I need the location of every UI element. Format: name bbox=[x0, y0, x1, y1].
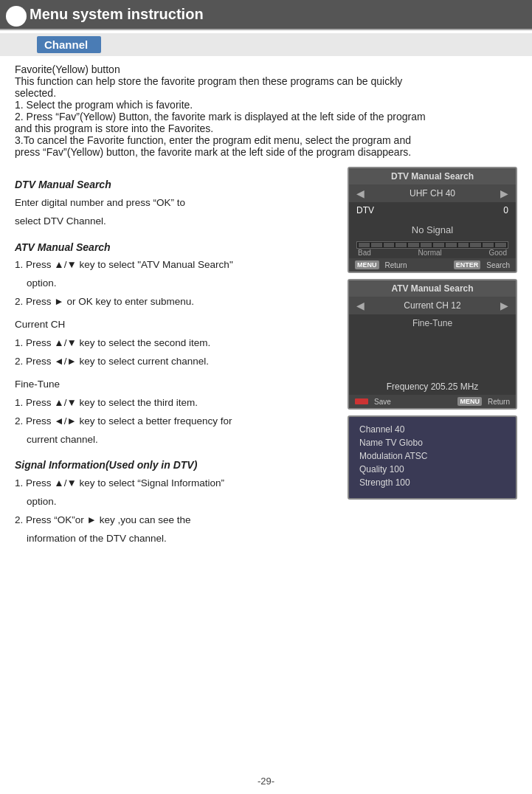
atv-panel-title: ATV Manual Search bbox=[349, 280, 516, 297]
dtv-type-row: DTV 0 bbox=[349, 202, 516, 218]
atv-step1b: option. bbox=[27, 276, 336, 291]
atv-step6: 2. Press ◄/► key to select a better freq… bbox=[15, 414, 336, 429]
header-divider bbox=[0, 29, 532, 30]
signal-strength-row: Strength 100 bbox=[359, 476, 505, 489]
atv-frequency-row: Frequency 205.25 MHz bbox=[349, 379, 516, 395]
page-title: Menu system instruction bbox=[30, 6, 204, 23]
dtv-enter-key: ENTER bbox=[454, 260, 481, 269]
section-label-bar: Channel bbox=[0, 33, 532, 56]
signal-modulation-row: Modulation ATSC bbox=[359, 449, 505, 463]
dtv-no-signal: No Signal bbox=[349, 218, 516, 238]
seg2 bbox=[371, 243, 382, 247]
atv-current-ch-label: Current CH bbox=[15, 317, 336, 333]
seg10 bbox=[470, 243, 481, 247]
dtv-channel-row: ◀ UHF CH 40 ▶ bbox=[349, 184, 516, 202]
seg5 bbox=[408, 243, 419, 247]
favorites-step3: 3.To cancel the Favorite function, enter… bbox=[15, 134, 517, 146]
signal-quality-label: Quality 100 bbox=[359, 464, 404, 474]
page-header: Menu system instruction bbox=[0, 0, 532, 29]
seg7 bbox=[433, 243, 444, 247]
dtv-search-label: Search bbox=[486, 261, 510, 269]
atv-step6b: current channel. bbox=[27, 432, 336, 448]
atv-fine-tune-row: Fine-Tune bbox=[349, 314, 516, 330]
signal-info-panel: Channel 40 Name TV Globo Modulation ATSC… bbox=[348, 415, 517, 500]
panels-column: DTV Manual Search ◀ UHF CH 40 ▶ DTV 0 No… bbox=[348, 167, 517, 550]
atv-spacer bbox=[349, 330, 516, 356]
favorites-step3b: press “Fav”(Yellow) button, the favorite… bbox=[15, 146, 517, 158]
dtv-panel-title: DTV Manual Search bbox=[349, 168, 516, 184]
signal-step1b: option. bbox=[27, 494, 336, 510]
signal-bar-track bbox=[356, 241, 508, 249]
dtv-menu-key: MENU bbox=[355, 260, 379, 269]
signal-normal-label: Normal bbox=[418, 249, 442, 257]
atv-fine-tune-label: Fine-Tune bbox=[15, 377, 336, 393]
dtv-manual-search-panel: DTV Manual Search ◀ UHF CH 40 ▶ DTV 0 No… bbox=[348, 167, 517, 273]
seg3 bbox=[384, 243, 395, 247]
favorites-step2: 2. Press “Fav”(Yellow) Button, the favor… bbox=[15, 111, 517, 122]
atv-save-label: Save bbox=[374, 398, 391, 406]
atv-save-key-icon bbox=[355, 398, 368, 404]
atv-channel-row: ◀ Current CH 12 ▶ bbox=[349, 297, 516, 314]
dtv-return-label: Return bbox=[385, 261, 407, 269]
favorites-line2: selected. bbox=[15, 87, 517, 99]
seg9 bbox=[458, 243, 469, 247]
atv-channel-right-arrow[interactable]: ▶ bbox=[500, 300, 508, 311]
atv-step5: 1. Press ▲/▼ key to select the third ite… bbox=[15, 396, 336, 411]
page-number: -29- bbox=[0, 776, 532, 787]
signal-modulation-label: Modulation ATSC bbox=[359, 451, 428, 461]
signal-name-label: Name TV Globo bbox=[359, 438, 423, 448]
signal-quality-row: Quality 100 bbox=[359, 463, 505, 476]
seg8 bbox=[446, 243, 457, 247]
atv-channel-label: Current CH 12 bbox=[365, 300, 500, 311]
main-content: DTV Manual Search Enter digital number a… bbox=[0, 158, 532, 550]
atv-return-label: Return bbox=[488, 398, 510, 406]
favorites-step1: 1. Select the program which is favorite. bbox=[15, 99, 517, 111]
section-label: Channel bbox=[37, 36, 101, 53]
dtv-desc2: select DTV Channel. bbox=[15, 214, 336, 229]
atv-channel-left-arrow[interactable]: ◀ bbox=[356, 300, 365, 311]
dtv-desc1: Enter digital number and press “OK” to bbox=[15, 196, 336, 211]
signal-bar-container: Bad Normal Good bbox=[349, 238, 516, 258]
signal-strength-label: Strength 100 bbox=[359, 477, 410, 488]
seg4 bbox=[395, 243, 407, 247]
signal-name-row: Name TV Globo bbox=[359, 436, 505, 449]
atv-step3: 1. Press ▲/▼ key to select the second it… bbox=[15, 336, 336, 351]
signal-label-row: Bad Normal Good bbox=[356, 249, 508, 257]
signal-step2: 2. Press “OK”or ► key ,you can see the bbox=[15, 513, 336, 528]
atv-manual-search-panel: ATV Manual Search ◀ Current CH 12 ▶ Fine… bbox=[348, 279, 517, 410]
signal-bad-label: Bad bbox=[358, 249, 371, 257]
signal-section-title: Signal Information(Used only in DTV) bbox=[15, 458, 336, 474]
dtv-section-title: DTV Manual Search bbox=[15, 177, 336, 193]
atv-step4: 2. Press ◄/► key to select current chann… bbox=[15, 354, 336, 370]
seg1 bbox=[359, 243, 370, 247]
dtv-channel-left-arrow[interactable]: ◀ bbox=[356, 187, 365, 199]
dtv-channel-right-arrow[interactable]: ▶ bbox=[500, 187, 508, 199]
dtv-type-value: 0 bbox=[503, 205, 508, 215]
dtv-bottom-bar: MENU Return ENTER Search bbox=[349, 258, 516, 272]
favorites-heading: Favorite(Yellow) button bbox=[15, 63, 517, 75]
dtv-channel-label: UHF CH 40 bbox=[365, 188, 500, 198]
favorites-line1: This function can help store the favorit… bbox=[15, 75, 517, 87]
seg11 bbox=[483, 243, 494, 247]
signal-good-label: Good bbox=[489, 249, 507, 257]
signal-step2b: information of the DTV channel. bbox=[27, 531, 336, 547]
atv-menu-key: MENU bbox=[457, 397, 482, 406]
dtv-type-label: DTV bbox=[356, 205, 374, 215]
atv-step1: 1. Press ▲/▼ key to select "ATV Manual S… bbox=[15, 258, 336, 273]
text-column: DTV Manual Search Enter digital number a… bbox=[15, 167, 336, 550]
favorites-step2b: and this program is store into the Favor… bbox=[15, 122, 517, 134]
atv-bottom-bar: Save MENU Return bbox=[349, 395, 516, 408]
atv-step2: 2. Press ► or OK key to enter submenu. bbox=[15, 294, 336, 310]
header-circle-icon bbox=[6, 6, 27, 27]
atv-section-title: ATV Manual Search bbox=[15, 240, 336, 256]
signal-step1: 1. Press ▲/▼ key to select “Signal Infor… bbox=[15, 476, 336, 491]
seg6 bbox=[421, 243, 432, 247]
favorites-section: Favorite(Yellow) button This function ca… bbox=[0, 56, 532, 158]
signal-channel-row: Channel 40 bbox=[359, 423, 505, 436]
seg12 bbox=[495, 243, 506, 247]
signal-channel-label: Channel 40 bbox=[359, 424, 404, 435]
